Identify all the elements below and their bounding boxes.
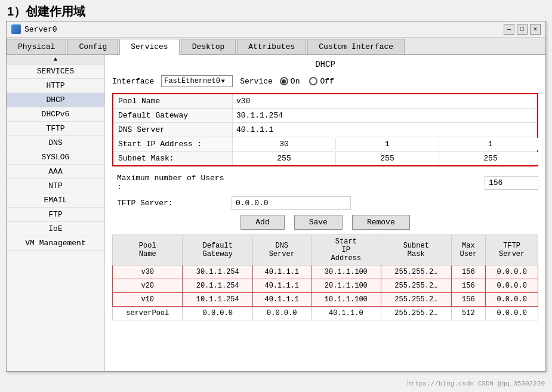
table-cell: v20 [113, 279, 183, 293]
panel-title: DHCP [112, 60, 538, 69]
save-button[interactable]: Save [294, 215, 343, 230]
dns-server-label: DNS Server [113, 123, 233, 137]
remove-button[interactable]: Remove [352, 215, 410, 230]
sidebar-item-tftp[interactable]: TFTP [7, 122, 104, 136]
dhcp-table: Pool NameDefault GatewayDNS ServerStart … [112, 234, 538, 320]
start-ip-part-3[interactable] [439, 138, 542, 150]
window-title: Server0 [24, 25, 57, 34]
table-cell: 20.1.1.254 [183, 279, 252, 293]
start-ip-part-4[interactable] [542, 138, 545, 150]
sidebar-item-services[interactable]: SERVICES [7, 64, 104, 79]
maximize-button[interactable]: □ [517, 24, 528, 35]
sidebar-item-aaa[interactable]: AAA [7, 165, 104, 179]
main-window: Server0 — □ × PhysicalConfigServicesDesk… [6, 21, 546, 372]
table-header: Default Gateway [183, 235, 252, 266]
subnet-mask-part-2[interactable] [336, 152, 439, 165]
sidebar-item-ftp[interactable]: FTP [7, 208, 104, 222]
start-ip-row: Start IP Address : [113, 137, 537, 152]
table-cell: 255.255.2… [381, 279, 451, 293]
table-cell: 0.0.0.0 [486, 266, 538, 279]
subnet-mask-part-1[interactable] [233, 152, 336, 165]
radio-off-label: Off [320, 77, 334, 86]
tab-bar: PhysicalConfigServicesDesktopAttributesC… [7, 38, 545, 55]
table-cell: 20.1.1.100 [311, 279, 381, 293]
tab-config[interactable]: Config [67, 39, 118, 54]
content-area: ▲ SERVICESHTTPDHCPDHCPv6TFTPDNSSYSLOGAAA… [7, 55, 545, 371]
main-panel: DHCP Interface FastEthernet0 ▼ Service O… [105, 55, 545, 371]
table-cell: 10.1.1.100 [311, 293, 381, 307]
table-cell: 0.0.0.0 [486, 293, 538, 307]
subnet-mask-part-4[interactable] [542, 152, 545, 165]
dns-server-input[interactable] [233, 124, 537, 136]
add-button[interactable]: Add [240, 215, 284, 230]
table-row[interactable]: serverPool0.0.0.00.0.0.040.1.1.0255.255.… [113, 307, 538, 320]
table-header: Subnet Mask [381, 235, 451, 266]
sidebar-item-ntp[interactable]: NTP [7, 179, 104, 193]
table-header: Pool Name [113, 235, 183, 266]
subnet-mask-part-3[interactable] [439, 152, 542, 165]
start-ip-part-1[interactable] [233, 138, 336, 150]
table-cell: 255.255.2… [381, 293, 451, 307]
table-cell: 10.1.1.254 [183, 293, 252, 307]
subnet-mask-parts [233, 152, 545, 165]
sidebar-item-http[interactable]: HTTP [7, 79, 104, 93]
radio-on-circle [280, 77, 288, 85]
sidebar-item-dhcp[interactable]: DHCP [7, 93, 104, 107]
max-users-label: Maximum number of Users : [112, 171, 232, 194]
default-gateway-input[interactable] [233, 109, 537, 122]
radio-on-label: On [291, 77, 300, 86]
start-ip-part-2[interactable] [336, 138, 439, 150]
tab-physical[interactable]: Physical [7, 39, 66, 54]
default-gateway-label: Default Gateway [113, 109, 233, 122]
service-on-option[interactable]: On [280, 77, 300, 86]
table-cell: v30 [113, 266, 183, 279]
tab-attributes[interactable]: Attributes [237, 39, 306, 54]
server-icon [11, 24, 21, 34]
sidebar-item-email[interactable]: EMAIL [7, 193, 104, 208]
interface-row: Interface FastEthernet0 ▼ Service On Off [112, 75, 538, 87]
sidebar: ▲ SERVICESHTTPDHCPDHCPv6TFTPDNSSYSLOGAAA… [7, 55, 105, 371]
table-row[interactable]: v3030.1.1.25440.1.1.130.1.1.100255.255.2… [113, 266, 538, 279]
watermark: https://blog.csdn CSDN @qq_35302220 [407, 380, 545, 387]
table-cell: 40.1.1.1 [252, 293, 311, 307]
max-users-row: Maximum number of Users : [112, 171, 538, 194]
close-button[interactable]: × [530, 24, 541, 35]
sidebar-item-dhcpv6[interactable]: DHCPv6 [7, 107, 104, 122]
select-arrow-icon: ▼ [221, 78, 225, 85]
service-off-option[interactable]: Off [309, 77, 334, 86]
dhcp-form-section: Pool Name Default Gateway DNS Server Sta… [112, 93, 538, 166]
tab-custom-interface[interactable]: Custom Interface [307, 39, 405, 54]
sidebar-item-ioe[interactable]: IoE [7, 222, 104, 236]
table-cell: v10 [113, 293, 183, 307]
sidebar-scroll-up[interactable]: ▲ [7, 55, 104, 64]
tab-services[interactable]: Services [119, 39, 179, 55]
tftp-server-input[interactable] [232, 196, 351, 210]
sidebar-item-dns[interactable]: DNS [7, 136, 104, 150]
table-cell: 40.1.1.1 [252, 279, 311, 293]
sidebar-item-syslog[interactable]: SYSLOG [7, 150, 104, 165]
pool-name-row: Pool Name [113, 94, 537, 109]
table-cell: 30.1.1.100 [311, 266, 381, 279]
interface-select-value: FastEthernet0 [164, 77, 220, 85]
table-row[interactable]: v2020.1.1.25440.1.1.120.1.1.100255.255.2… [113, 279, 538, 293]
table-cell: 156 [451, 266, 486, 279]
table-header: DNS Server [252, 235, 311, 266]
table-cell: 0.0.0.0 [183, 307, 252, 320]
table-cell: 156 [451, 279, 486, 293]
minimize-button[interactable]: — [504, 24, 514, 35]
table-row[interactable]: v1010.1.1.25440.1.1.110.1.1.100255.255.2… [113, 293, 538, 307]
tab-desktop[interactable]: Desktop [181, 39, 236, 54]
sidebar-item-vm management[interactable]: VM Management [7, 236, 104, 251]
table-cell: 30.1.1.254 [183, 266, 252, 279]
max-users-input[interactable] [485, 176, 538, 190]
table-cell: 255.255.2… [381, 307, 451, 320]
default-gateway-row: Default Gateway [113, 109, 537, 123]
window-titlebar: Server0 — □ × [7, 21, 545, 38]
table-cell: 255.255.2… [381, 266, 451, 279]
table-cell: serverPool [113, 307, 183, 320]
start-ip-label: Start IP Address : [113, 137, 233, 151]
pool-name-input[interactable] [233, 95, 537, 107]
interface-select[interactable]: FastEthernet0 ▼ [161, 75, 233, 87]
table-header: TFTP Server [486, 235, 538, 266]
service-label: Service [240, 77, 273, 86]
